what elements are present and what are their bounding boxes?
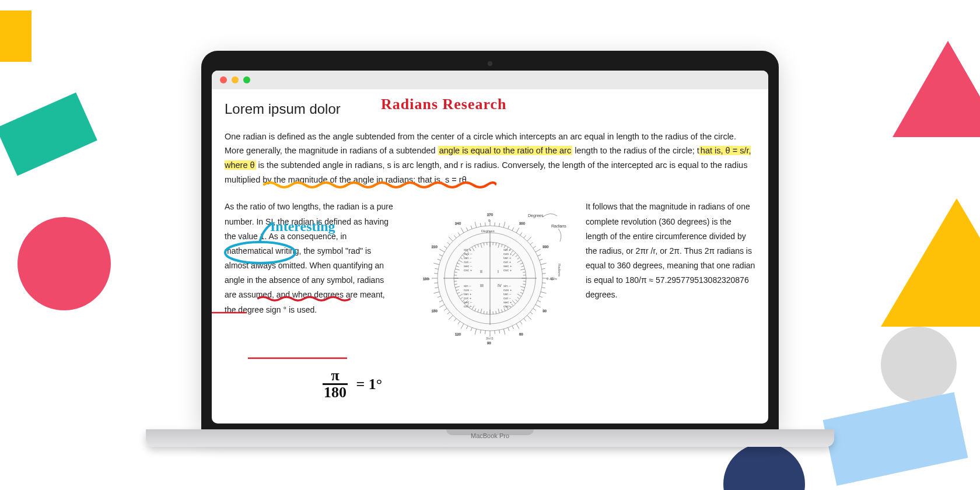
quadrant-4: IV (498, 284, 502, 288)
svg-line-144 (533, 246, 536, 248)
svg-line-125 (499, 223, 500, 227)
column-middle: 0306090120150180210240270300330 I II III… (408, 200, 572, 357)
svg-text:270: 270 (487, 213, 494, 216)
handwritten-formula: π 180 = 1° (323, 368, 382, 400)
svg-line-118 (485, 223, 486, 226)
camera-notch (488, 61, 492, 66)
svg-line-84 (434, 274, 438, 274)
svg-text:csc  +: csc + (503, 268, 512, 272)
window-titlebar (212, 71, 768, 89)
svg-line-6 (542, 283, 546, 284)
quadrant-1: I (498, 270, 499, 274)
trig-q1: sin +cos +tan +cot +sec +csc + (503, 248, 512, 272)
label-radians: Radians (551, 224, 566, 228)
svg-text:cot  +: cot + (464, 296, 472, 300)
trig-q2: sin +cos –tan –cot –sec –csc + (464, 248, 473, 272)
intro-text-2: length to the radius of the circle; t (572, 146, 699, 155)
formula-equals: = 1° (356, 376, 383, 393)
svg-line-79 (434, 283, 438, 284)
decor-triangle-pink (892, 41, 980, 137)
svg-line-64 (447, 312, 450, 314)
screen-bezel: Lorem ipsum dolor Radians Research One r… (201, 51, 779, 429)
svg-line-12 (540, 296, 543, 298)
svg-line-68 (439, 304, 444, 307)
svg-line-58 (458, 321, 460, 324)
svg-text:sin  –: sin – (503, 284, 511, 288)
svg-line-21 (530, 312, 533, 314)
svg-line-73 (438, 296, 441, 298)
minimize-icon[interactable] (232, 76, 239, 83)
svg-text:cot  –: cot – (464, 260, 472, 264)
svg-line-149 (538, 255, 541, 257)
svg-text:csc  +: csc + (464, 268, 473, 272)
svg-line-23 (527, 316, 531, 320)
close-icon[interactable] (220, 76, 227, 83)
svg-line-62 (449, 316, 453, 320)
svg-line-131 (512, 228, 514, 230)
svg-line-112 (471, 226, 472, 229)
svg-text:sin  +: sin + (464, 248, 471, 251)
svg-line-97 (444, 246, 447, 248)
screen: Lorem ipsum dolor Radians Research One r… (212, 71, 768, 424)
label-degrees: Degrees (528, 214, 544, 218)
svg-text:tan  +: tan + (503, 256, 512, 260)
highlight-1: angle is equal to the ratio of the arc (438, 146, 573, 155)
svg-line-140 (527, 237, 531, 242)
svg-line-77 (435, 288, 438, 288)
intro-paragraph: One radian is defined as the angle subte… (225, 130, 755, 187)
svg-line-27 (520, 321, 522, 324)
svg-line-107 (461, 228, 464, 233)
svg-text:sin  –: sin – (464, 284, 471, 288)
svg-line-116 (480, 223, 481, 227)
svg-line-8 (542, 288, 545, 288)
trig-q4: sin –cos +tan –cot –sec +csc – (503, 284, 512, 308)
document-content: Lorem ipsum dolor Radians Research One r… (212, 89, 768, 365)
decor-rect-teal (0, 92, 97, 176)
svg-line-38 (499, 330, 500, 334)
svg-line-114 (475, 222, 477, 228)
svg-text:sec  –: sec – (464, 300, 473, 304)
svg-text:sec  –: sec – (464, 264, 473, 268)
svg-text:240: 240 (455, 222, 461, 225)
svg-text:30: 30 (542, 309, 547, 313)
svg-line-133 (516, 228, 519, 233)
laptop-base: MacBook Pro (146, 429, 834, 447)
svg-line-157 (542, 274, 546, 274)
svg-text:cos  –: cos – (464, 252, 473, 256)
svg-text:Radians: Radians (558, 264, 561, 276)
svg-line-45 (485, 331, 486, 334)
svg-text:cos  +: cos + (503, 252, 512, 256)
svg-text:150: 150 (432, 309, 438, 313)
svg-line-99 (447, 243, 450, 245)
svg-line-151 (540, 260, 543, 261)
svg-line-94 (439, 249, 444, 252)
col-right-text: It follows that the magnitude in radians… (586, 200, 755, 302)
svg-text:tan  –: tan – (464, 256, 472, 260)
device-label: MacBook Pro (471, 432, 509, 439)
svg-line-25 (524, 318, 526, 321)
svg-line-19 (533, 309, 536, 310)
svg-line-60 (454, 318, 456, 321)
svg-line-86 (435, 269, 438, 270)
svg-line-142 (530, 243, 533, 245)
svg-line-16 (536, 304, 541, 307)
svg-line-105 (458, 233, 460, 236)
svg-line-55 (461, 324, 464, 329)
svg-line-101 (449, 237, 453, 242)
column-right: It follows that the magnitude in radians… (586, 200, 755, 357)
decor-circle-gray (881, 327, 957, 402)
svg-line-155 (542, 269, 545, 270)
svg-text:cot  –: cot – (503, 296, 512, 300)
svg-text:tan  +: tan + (464, 292, 472, 296)
trig-q3: sin –cos –tan +cot +sec –csc – (464, 284, 473, 308)
svg-line-14 (538, 300, 541, 302)
decor-square-yellow (0, 10, 32, 62)
svg-line-146 (536, 249, 541, 252)
svg-line-47 (480, 330, 481, 334)
svg-text:csc  –: csc – (503, 304, 512, 308)
svg-text:0: 0 (488, 219, 491, 222)
maximize-icon[interactable] (243, 76, 250, 83)
svg-text:60: 60 (519, 333, 523, 337)
handwritten-title-red: Radians Research (381, 92, 507, 117)
svg-line-123 (495, 223, 495, 226)
